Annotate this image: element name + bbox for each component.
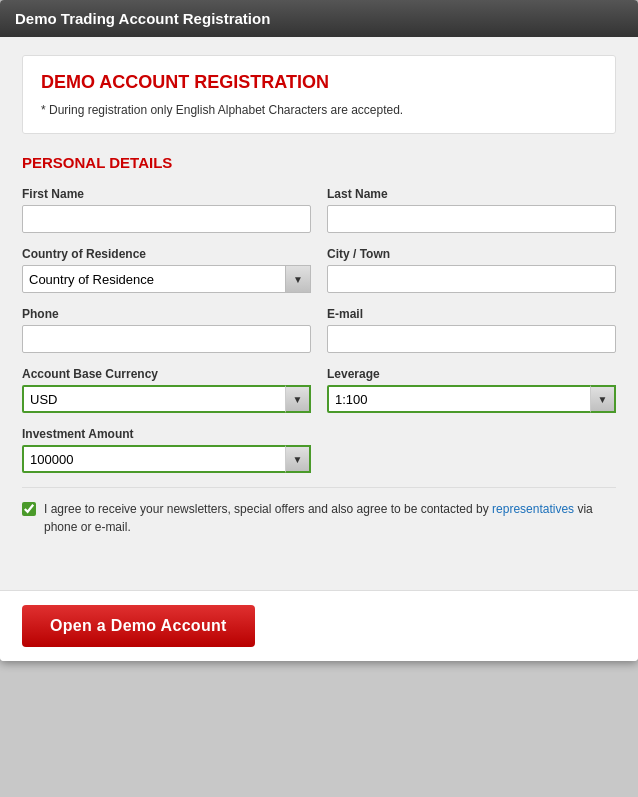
currency-select[interactable]: USD EUR GBP	[22, 385, 311, 413]
country-label: Country of Residence	[22, 247, 311, 261]
investment-row: Investment Amount 5000 10000 25000 50000…	[22, 427, 616, 473]
content-area: DEMO ACCOUNT REGISTRATION * During regis…	[0, 37, 638, 590]
newsletter-label: I agree to receive your newsletters, spe…	[44, 500, 616, 536]
section-title: PERSONAL DETAILS	[22, 154, 616, 171]
phone-input[interactable]	[22, 325, 311, 353]
personal-details-section: PERSONAL DETAILS First Name Last Name Co…	[22, 154, 616, 572]
leverage-label: Leverage	[327, 367, 616, 381]
leverage-group: Leverage 1:50 1:100 1:200 1:400 1:500 ▼	[327, 367, 616, 413]
email-input[interactable]	[327, 325, 616, 353]
country-group: Country of Residence Country of Residenc…	[22, 247, 311, 293]
info-box-title: DEMO ACCOUNT REGISTRATION	[41, 72, 597, 93]
newsletter-checkbox[interactable]	[22, 502, 36, 516]
newsletter-checkbox-row: I agree to receive your newsletters, spe…	[22, 487, 616, 544]
currency-leverage-row: Account Base Currency USD EUR GBP ▼ Leve…	[22, 367, 616, 413]
first-name-group: First Name	[22, 187, 311, 233]
name-row: First Name Last Name	[22, 187, 616, 233]
country-select[interactable]: Country of Residence United States Unite…	[22, 265, 311, 293]
country-city-row: Country of Residence Country of Residenc…	[22, 247, 616, 293]
title-bar: Demo Trading Account Registration	[0, 0, 638, 37]
city-label: City / Town	[327, 247, 616, 261]
investment-group: Investment Amount 5000 10000 25000 50000…	[22, 427, 311, 473]
email-label: E-mail	[327, 307, 616, 321]
last-name-input[interactable]	[327, 205, 616, 233]
info-box-disclaimer: * During registration only English Alpha…	[41, 103, 597, 117]
currency-group: Account Base Currency USD EUR GBP ▼	[22, 367, 311, 413]
investment-select[interactable]: 5000 10000 25000 50000 100000 250000	[22, 445, 311, 473]
phone-label: Phone	[22, 307, 311, 321]
city-group: City / Town	[327, 247, 616, 293]
representatives-link[interactable]: representatives	[492, 502, 574, 516]
investment-select-wrapper: 5000 10000 25000 50000 100000 250000 ▼	[22, 445, 311, 473]
email-group: E-mail	[327, 307, 616, 353]
main-window: Demo Trading Account Registration DEMO A…	[0, 0, 638, 661]
currency-label: Account Base Currency	[22, 367, 311, 381]
investment-label: Investment Amount	[22, 427, 311, 441]
leverage-select-wrapper: 1:50 1:100 1:200 1:400 1:500 ▼	[327, 385, 616, 413]
info-box: DEMO ACCOUNT REGISTRATION * During regis…	[22, 55, 616, 134]
first-name-input[interactable]	[22, 205, 311, 233]
phone-group: Phone	[22, 307, 311, 353]
empty-spacer	[327, 427, 616, 473]
phone-email-row: Phone E-mail	[22, 307, 616, 353]
first-name-label: First Name	[22, 187, 311, 201]
window-title: Demo Trading Account Registration	[15, 10, 270, 27]
button-bar: Open a Demo Account	[0, 590, 638, 661]
open-account-button[interactable]: Open a Demo Account	[22, 605, 255, 647]
leverage-select[interactable]: 1:50 1:100 1:200 1:400 1:500	[327, 385, 616, 413]
country-select-wrapper: Country of Residence United States Unite…	[22, 265, 311, 293]
city-input[interactable]	[327, 265, 616, 293]
last-name-group: Last Name	[327, 187, 616, 233]
currency-select-wrapper: USD EUR GBP ▼	[22, 385, 311, 413]
last-name-label: Last Name	[327, 187, 616, 201]
